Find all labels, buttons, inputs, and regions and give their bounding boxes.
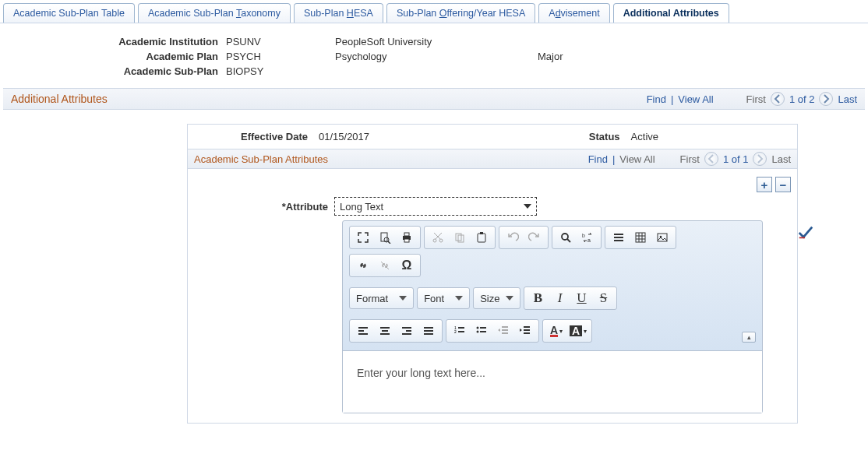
chevron-down-icon: ▾ <box>559 328 563 335</box>
effdt-row: Effective Date 01/15/2017 Status Active <box>188 125 797 149</box>
image-button[interactable] <box>652 228 672 247</box>
underline-button[interactable]: U <box>571 289 591 308</box>
maximize-button[interactable] <box>353 228 373 247</box>
outer-counter[interactable]: 1 of 2 <box>789 93 815 105</box>
outdent-icon <box>497 325 510 337</box>
copy-icon <box>453 231 466 244</box>
institution-label: Academic Institution <box>47 36 226 47</box>
institution-code: PSUNV <box>226 36 335 47</box>
svg-text:a: a <box>587 237 591 243</box>
omega-icon: Ω <box>402 258 412 272</box>
paste-button[interactable] <box>471 228 492 247</box>
redo-button[interactable] <box>524 228 545 247</box>
effdt-label: Effective Date <box>194 131 319 142</box>
link-button[interactable] <box>353 256 373 275</box>
italic-button[interactable]: I <box>549 289 570 308</box>
inner-prev-button[interactable] <box>704 152 718 166</box>
inner-find-link[interactable]: Find <box>588 153 608 165</box>
svg-point-7 <box>439 239 443 242</box>
strike-button[interactable]: S <box>593 289 613 308</box>
redo-icon <box>528 231 541 244</box>
add-row-button[interactable]: + <box>757 177 772 192</box>
tab-strip: Academic Sub-Plan Table Academic Sub-Pla… <box>0 0 868 23</box>
page-magnify-icon <box>379 231 391 244</box>
format-dropdown[interactable]: Format <box>349 287 414 309</box>
align-right-button[interactable] <box>397 322 417 340</box>
table-button[interactable] <box>630 228 651 247</box>
size-dropdown[interactable]: Size <box>473 287 520 309</box>
svg-point-43 <box>477 327 479 329</box>
inner-first-label: First <box>680 153 700 165</box>
align-justify-button[interactable] <box>418 322 439 340</box>
attribute-select[interactable]: Long Text <box>334 197 537 216</box>
ul-icon <box>475 325 488 337</box>
replace-icon: ba <box>581 231 594 244</box>
outer-prev-button[interactable] <box>771 92 785 106</box>
subplan-code: BIOPSY <box>226 65 335 77</box>
status-label: Status <box>530 131 631 142</box>
align-center-icon <box>379 325 391 337</box>
align-left-button[interactable] <box>353 322 373 340</box>
lines-icon <box>612 231 625 244</box>
ol-icon: 12 <box>453 325 466 337</box>
svg-rect-11 <box>480 232 483 234</box>
svg-rect-10 <box>478 234 485 242</box>
outer-last-link[interactable]: Last <box>838 93 857 105</box>
spellcheck-icon[interactable] <box>797 223 814 241</box>
find-button[interactable] <box>556 228 576 247</box>
inner-counter[interactable]: 1 of 1 <box>723 153 749 165</box>
inner-next-button[interactable] <box>753 152 767 166</box>
indent-button[interactable] <box>515 322 535 340</box>
inner-section-title: Academic Sub-Plan Attributes <box>194 153 588 165</box>
svg-point-12 <box>562 234 568 240</box>
text-color-button[interactable]: A▾ <box>546 322 566 340</box>
font-dropdown[interactable]: Font <box>417 287 470 309</box>
numbered-list-button[interactable]: 12 <box>450 322 470 340</box>
subplan-label: Academic Sub-Plan <box>47 65 226 77</box>
outer-viewall-link[interactable]: View All <box>678 93 713 105</box>
tab-hesa[interactable]: Sub-Plan HESA <box>294 3 383 23</box>
chevron-down-icon: ▾ <box>584 328 587 335</box>
outer-first-label: First <box>746 93 766 105</box>
cut-icon <box>432 231 444 244</box>
preview-button[interactable] <box>375 228 395 247</box>
tab-additional-attributes[interactable]: Additional Attributes <box>613 3 729 23</box>
inner-viewall-label: View All <box>619 153 655 165</box>
undo-icon <box>506 231 519 244</box>
bullet-list-button[interactable] <box>471 322 492 340</box>
collapse-toolbar-button[interactable]: ▴ <box>742 332 756 343</box>
print-button[interactable] <box>397 228 417 247</box>
outer-next-button[interactable] <box>819 92 833 106</box>
tab-taxonomy[interactable]: Academic Sub-Plan Taxonomy <box>138 3 291 23</box>
image-icon <box>656 231 669 244</box>
plan-desc: Psychology <box>335 51 538 62</box>
institution-desc: PeopleSoft University <box>335 36 538 47</box>
undo-button[interactable] <box>503 228 523 247</box>
hr-button[interactable] <box>609 228 629 247</box>
header-info: Academic Institution PSUNV PeopleSoft Un… <box>0 23 868 88</box>
cut-button[interactable] <box>428 228 448 247</box>
bold-button[interactable]: B <box>528 289 548 308</box>
copy-button[interactable] <box>450 228 470 247</box>
align-center-button[interactable] <box>375 322 395 340</box>
status-value: Active <box>631 131 658 142</box>
special-char-button[interactable]: Ω <box>397 256 417 275</box>
chevron-down-icon <box>524 204 531 209</box>
align-left-icon <box>357 325 369 337</box>
rte-textarea[interactable]: Enter your long text here... <box>343 350 762 413</box>
svg-point-6 <box>433 239 436 242</box>
rich-text-editor: ba Ω Format <box>342 220 763 413</box>
paste-icon <box>475 231 488 244</box>
outdent-button[interactable] <box>493 322 513 340</box>
outer-find-link[interactable]: Find <box>647 93 666 105</box>
delete-row-button[interactable]: − <box>775 177 791 192</box>
unlink-button[interactable] <box>375 256 395 275</box>
bg-color-button[interactable]: A▾ <box>568 322 588 340</box>
tab-offering-year[interactable]: Sub-Plan Offering/Year HESA <box>386 3 535 23</box>
chevron-right-icon <box>820 93 832 105</box>
tab-advisement[interactable]: Advisement <box>538 3 609 23</box>
plan-code: PSYCH <box>226 51 335 62</box>
tab-table[interactable]: Academic Sub-Plan Table <box>3 3 135 23</box>
chevron-right-icon <box>753 153 766 165</box>
replace-button[interactable]: ba <box>577 228 598 247</box>
